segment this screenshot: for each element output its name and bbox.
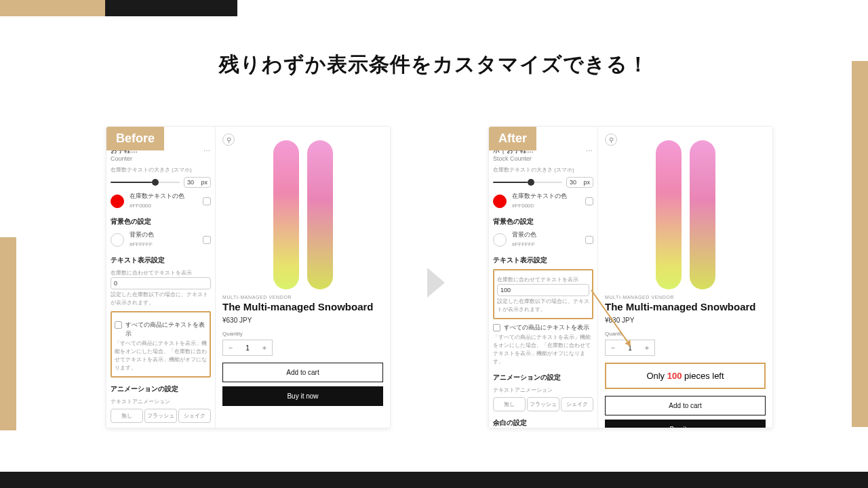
text-color-hex: #FF0000 xyxy=(130,202,184,210)
product-image xyxy=(307,140,333,289)
product-title: The Multi-managed Snowboard xyxy=(605,301,766,312)
threshold-input[interactable] xyxy=(497,284,589,296)
threshold-help: 設定した在庫数以下の場合に、テキストが表示されます。 xyxy=(111,291,211,307)
highlight-threshold: 在庫数に合わせてテキストを表示 設定した在庫数以下の場合に、テキストが表示されま… xyxy=(493,269,593,319)
buy-now-button[interactable]: Buy it now xyxy=(222,386,383,406)
mobile-size-input[interactable]: 30px xyxy=(566,177,593,188)
quantity-label: Quantit xyxy=(605,331,766,337)
product-image xyxy=(690,140,715,289)
text-color-swatch[interactable] xyxy=(111,195,124,208)
product-title: The Multi-managed Snowboard xyxy=(222,301,383,312)
before-preview: ⚲ MULTI-MANAGED VENDOR The Multi-managed… xyxy=(215,127,390,428)
vendor-label: MULTI-MANAGED VENDOR xyxy=(605,295,766,300)
bg-color-hex: #FFFFFF xyxy=(130,241,154,249)
color-picker-icon[interactable] xyxy=(585,197,593,205)
text-display-section: テキスト表示設定 xyxy=(111,256,211,265)
vendor-label: MULTI-MANAGED VENDOR xyxy=(222,295,383,300)
text-color-label: 在庫数テキストの色 xyxy=(512,192,567,201)
mobile-size-input[interactable]: 30px xyxy=(184,177,211,188)
after-tag: After xyxy=(489,127,536,150)
bg-color-label: 背景の色 xyxy=(512,230,536,239)
product-image xyxy=(273,140,299,289)
more-icon[interactable]: ⋯ xyxy=(203,147,211,155)
highlight-all-products: すべての商品にテキストを表示 「すべての商品にテキストを表示」機能をオンにした場… xyxy=(111,311,211,378)
bg-color-swatch[interactable] xyxy=(111,233,124,247)
animation-label: テキストアニメーション xyxy=(493,386,593,394)
threshold-help: 設定した在庫数以下の場合に、テキストが表示されます。 xyxy=(497,298,589,314)
threshold-label: 在庫数に合わせてテキストを表示 xyxy=(111,269,211,277)
color-picker-icon[interactable] xyxy=(203,197,211,205)
all-products-checkbox[interactable] xyxy=(115,321,122,329)
buy-now-button[interactable]: Buy it now xyxy=(605,420,766,428)
mobile-size-label: 在庫数テキストの大きさ (スマホ) xyxy=(111,166,211,174)
animation-segment[interactable]: 無し フラッシュ シェイク xyxy=(493,397,593,411)
all-products-help: 「すべての商品にテキストを表示」機能をオンにした場合、「在庫数に合わせてテキスト… xyxy=(493,333,593,366)
animation-segment[interactable]: 無し フラッシュ シェイク xyxy=(111,409,211,423)
mobile-size-slider[interactable] xyxy=(111,182,180,183)
all-products-checkbox[interactable] xyxy=(493,324,500,331)
product-price: ¥630 JPY xyxy=(605,317,766,324)
before-card: Before お手軽… ⋯ Counter 在庫数テキストの大きさ (スマホ) … xyxy=(106,126,391,428)
page-title: 残りわずか表示条件をカスタマイズできる！ xyxy=(0,51,868,79)
text-color-label: 在庫数テキストの色 xyxy=(130,192,184,201)
bg-section: 背景色の設定 xyxy=(111,217,211,226)
all-products-label: すべての商品にテキストを表示 xyxy=(125,321,207,338)
mobile-size-label: 在庫数テキストの大きさ (スマホ) xyxy=(493,166,593,174)
all-products-help: 「すべての商品にテキストを表示」機能をオンにした場合、「在庫数に合わせてテキスト… xyxy=(115,340,207,372)
threshold-label: 在庫数に合わせてテキストを表示 xyxy=(497,276,589,284)
block-subtitle: Stock Counter xyxy=(493,155,593,162)
text-display-section: テキスト表示設定 xyxy=(493,256,593,265)
product-price: ¥630 JPY xyxy=(222,317,383,324)
bg-color-swatch[interactable] xyxy=(493,233,507,247)
chevron-right-icon xyxy=(427,268,445,298)
quantity-label: Quantity xyxy=(222,331,383,337)
more-icon[interactable]: ⋯ xyxy=(586,147,593,155)
mobile-size-slider[interactable] xyxy=(493,182,562,183)
before-settings-panel: お手軽… ⋯ Counter 在庫数テキストの大きさ (スマホ) 30px 在庫… xyxy=(106,127,215,428)
bg-color-label: 背景の色 xyxy=(130,230,154,239)
zoom-icon[interactable]: ⚲ xyxy=(222,134,235,146)
before-tag: Before xyxy=(106,127,164,150)
add-to-cart-button[interactable]: Add to cart xyxy=(222,363,383,382)
qty-minus[interactable]: − xyxy=(223,340,238,355)
block-subtitle: Counter xyxy=(111,155,211,162)
quantity-stepper[interactable]: − 1 + xyxy=(222,340,273,356)
qty-plus[interactable]: + xyxy=(257,340,272,355)
animation-label: テキストアニメーション xyxy=(111,398,211,406)
animation-section: アニメーションの設定 xyxy=(111,384,211,394)
color-picker-icon[interactable] xyxy=(203,236,211,244)
add-to-cart-button[interactable]: Add to cart xyxy=(605,396,766,415)
stock-message: Only 100 pieces left xyxy=(605,363,766,389)
text-color-swatch[interactable] xyxy=(493,195,507,208)
qty-value: 1 xyxy=(238,340,257,355)
product-image xyxy=(656,140,682,289)
after-preview: ⚲ MULTI-MANAGED VENDOR The Multi-managed… xyxy=(597,127,772,428)
bg-section: 背景色の設定 xyxy=(493,217,593,226)
after-card: After 示｜お手軽… ⋯ Stock Counter 在庫数テキストの大きさ… xyxy=(488,126,773,428)
margin-section: 余白の設定 xyxy=(493,418,593,428)
animation-section: アニメーションの設定 xyxy=(493,373,593,382)
zoom-icon[interactable]: ⚲ xyxy=(605,134,617,146)
color-picker-icon[interactable] xyxy=(585,236,593,244)
all-products-label: すべての商品にテキストを表示 xyxy=(504,323,589,332)
after-settings-panel: 示｜お手軽… ⋯ Stock Counter 在庫数テキストの大きさ (スマホ)… xyxy=(489,127,597,428)
threshold-input[interactable] xyxy=(111,277,211,289)
